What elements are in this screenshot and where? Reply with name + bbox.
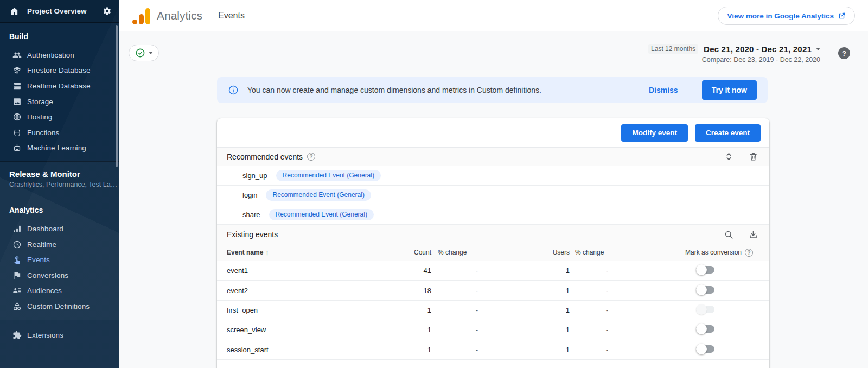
mark-as-conversion-toggle[interactable] xyxy=(696,284,714,295)
mark-as-conversion-toggle[interactable] xyxy=(696,344,714,354)
sidebar-item-firestore[interactable]: Firestore Database xyxy=(0,63,119,79)
help-icon[interactable]: ? xyxy=(745,249,753,257)
sidebar-item-storage[interactable]: Storage xyxy=(0,94,119,110)
sidebar-item-conversions[interactable]: Conversions xyxy=(0,268,119,283)
sidebar-item-realtime[interactable]: Realtime xyxy=(0,237,119,252)
event-name: sign_up xyxy=(242,172,267,180)
event-change: - xyxy=(431,346,486,354)
help-icon[interactable]: ? xyxy=(307,153,315,161)
expand-collapse-icon[interactable] xyxy=(724,151,734,162)
recommended-event-chip[interactable]: Recommended Event (General) xyxy=(269,209,374,220)
event-name: screen_view xyxy=(227,326,411,334)
help-icon[interactable]: ? xyxy=(838,47,850,59)
column-event-name[interactable]: Event name ↑ xyxy=(227,249,411,257)
status-dropdown[interactable] xyxy=(129,45,159,61)
delete-icon[interactable] xyxy=(748,151,758,162)
chevron-down-icon xyxy=(816,48,820,50)
sidebar-item-label: Audiences xyxy=(27,287,62,295)
recommended-event-row[interactable]: login Recommended Event (General) xyxy=(217,186,769,205)
event-name: login xyxy=(242,191,257,199)
recommended-event-row[interactable]: share Recommended Event (General) xyxy=(217,205,769,225)
event-users-change: - xyxy=(570,267,616,275)
table-row: session_start 1 - 1 - xyxy=(217,340,769,360)
sidebar-item-extensions[interactable]: Extensions xyxy=(0,327,119,343)
main-area: Analytics Events View more in Google Ana… xyxy=(119,0,868,368)
modify-event-button[interactable]: Modify event xyxy=(621,124,688,142)
event-name: first_open xyxy=(227,306,411,314)
recommended-event-chip[interactable]: Recommended Event (General) xyxy=(266,189,371,201)
sidebar-item-audiences[interactable]: Audiences xyxy=(0,283,119,299)
dashboard-icon xyxy=(12,224,22,233)
event-users-change: - xyxy=(570,346,616,354)
extensions-section: Extensions xyxy=(0,320,119,351)
gear-icon[interactable] xyxy=(103,7,112,16)
home-icon xyxy=(10,7,19,16)
custom-definitions-icon xyxy=(12,302,22,311)
mark-as-conversion-toggle xyxy=(696,304,714,315)
sidebar-item-label: Authentication xyxy=(27,51,74,59)
event-change: - xyxy=(431,267,486,275)
sidebar-item-label: Machine Learning xyxy=(27,144,86,152)
event-users-change: - xyxy=(570,326,616,334)
sidebar-item-label: Events xyxy=(27,256,50,264)
table-row: screen_view 1 - 1 - xyxy=(217,320,769,340)
sidebar-item-machine-learning[interactable]: Machine Learning xyxy=(0,141,119,156)
column-percent-change[interactable]: % change xyxy=(431,249,486,256)
sidebar-item-events[interactable]: Events xyxy=(0,252,119,268)
date-range-value: Dec 21, 2020 - Dec 21, 2021 xyxy=(704,45,812,54)
dismiss-button[interactable]: Dismiss xyxy=(649,86,678,94)
recommended-event-row[interactable]: sign_up Recommended Event (General) xyxy=(217,166,769,186)
column-mark-as-conversion: Mark as conversion ? xyxy=(616,249,769,257)
sidebar-item-label: Realtime xyxy=(27,240,56,249)
column-users[interactable]: Users xyxy=(486,249,570,256)
view-more-button[interactable]: View more in Google Analytics xyxy=(718,7,855,25)
sidebar-scrollbar-thumb[interactable] xyxy=(116,25,118,167)
database-icon xyxy=(12,81,22,91)
sidebar-item-label: Custom Definitions xyxy=(27,302,90,310)
event-count: 1 xyxy=(411,346,431,354)
event-users: 1 xyxy=(486,306,570,314)
project-overview-bar[interactable]: Project Overview xyxy=(0,0,119,23)
product-title: Analytics xyxy=(157,9,202,22)
sidebar-item-label: Conversions xyxy=(27,271,68,280)
event-users-change: - xyxy=(570,306,616,314)
page-title: Events xyxy=(218,11,245,21)
release-monitor-section[interactable]: Release & Monitor Crashlytics, Performan… xyxy=(0,161,119,196)
sidebar-item-functions[interactable]: Functions xyxy=(0,125,119,141)
range-preset-label: Last 12 months xyxy=(648,44,698,54)
sidebar-item-dashboard[interactable]: Dashboard xyxy=(0,221,119,237)
sidebar-divider xyxy=(95,5,95,18)
sidebar-item-realtime-database[interactable]: Realtime Database xyxy=(0,78,119,94)
mark-as-conversion-toggle[interactable] xyxy=(696,323,714,334)
info-icon xyxy=(228,85,239,96)
existing-events-title: Existing events xyxy=(227,230,278,239)
column-count[interactable]: Count xyxy=(411,249,431,256)
firebase-sidebar: Project Overview Build Authentication Fi… xyxy=(0,0,119,368)
download-icon[interactable] xyxy=(748,230,758,240)
sidebar-item-label: Firestore Database xyxy=(27,66,91,74)
event-count: 1 xyxy=(411,326,431,334)
event-change: - xyxy=(431,326,486,334)
date-range-picker[interactable]: Dec 21, 2020 - Dec 21, 2021 xyxy=(704,45,820,54)
recommended-event-chip[interactable]: Recommended Event (General) xyxy=(276,170,381,181)
clock-icon xyxy=(12,240,22,249)
sidebar-item-hosting[interactable]: Hosting xyxy=(0,109,119,125)
project-overview-label: Project Overview xyxy=(27,7,95,15)
date-range-block: Last 12 months Dec 21, 2020 - Dec 21, 20… xyxy=(648,44,820,64)
try-it-now-button[interactable]: Try it now xyxy=(702,80,757,100)
sidebar-item-label: Realtime Database xyxy=(27,82,91,90)
event-name: share xyxy=(242,211,260,219)
table-row: event1 41 - 1 - xyxy=(217,261,769,281)
events-card: Modify event Create event Recommended ev… xyxy=(217,118,769,368)
event-count: 1 xyxy=(411,306,431,314)
content-area: Last 12 months Dec 21, 2020 - Dec 21, 20… xyxy=(119,31,868,368)
sidebar-item-label: Dashboard xyxy=(27,225,63,233)
column-users-percent-change[interactable]: % change xyxy=(570,249,616,256)
analytics-section-label: Analytics xyxy=(0,196,119,217)
sidebar-item-custom-definitions[interactable]: Custom Definitions xyxy=(0,299,119,314)
audiences-icon xyxy=(12,286,22,295)
sidebar-item-authentication[interactable]: Authentication xyxy=(0,47,119,63)
mark-as-conversion-toggle[interactable] xyxy=(696,264,714,275)
create-event-button[interactable]: Create event xyxy=(695,124,761,142)
search-icon[interactable] xyxy=(724,230,734,240)
